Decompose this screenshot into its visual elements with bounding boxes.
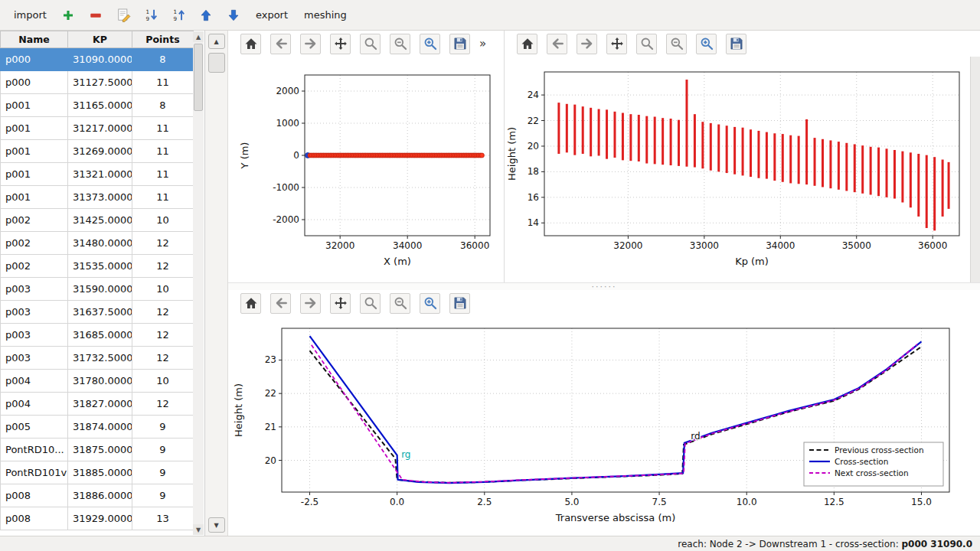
cell-kp: 31929.0000 bbox=[68, 507, 132, 530]
forward-button[interactable] bbox=[300, 34, 321, 54]
column-header-name[interactable]: Name bbox=[1, 31, 68, 48]
cell-kp: 31875.0000 bbox=[68, 439, 132, 461]
cell-points: 10 bbox=[132, 370, 194, 393]
customize-button[interactable] bbox=[420, 293, 440, 314]
profile-plot-panel: 3200033000340003500036000141618202224Kp … bbox=[504, 31, 980, 282]
pan-button[interactable] bbox=[606, 34, 627, 54]
cell-points: 9 bbox=[132, 484, 194, 507]
zoom-button[interactable] bbox=[360, 293, 381, 314]
pan-button[interactable] bbox=[330, 293, 351, 314]
cell-name: p002 bbox=[1, 209, 68, 232]
back-button[interactable] bbox=[270, 293, 291, 314]
scroll-down-icon[interactable]: ▼ bbox=[193, 524, 204, 535]
scroll-down-button[interactable]: ▼ bbox=[208, 517, 225, 533]
table-row[interactable]: p00331732.500012 bbox=[1, 347, 194, 370]
table-row[interactable]: p00231425.000010 bbox=[1, 209, 194, 232]
table-row[interactable]: p00131269.000011 bbox=[1, 140, 194, 163]
table-scrollbar[interactable]: ▲ ▼ bbox=[193, 31, 204, 535]
table-row[interactable]: PontRD101v31885.00009 bbox=[1, 461, 194, 484]
cell-kp: 31886.0000 bbox=[68, 484, 132, 507]
pan-button[interactable] bbox=[330, 34, 351, 54]
scroll-up-button[interactable]: ▲ bbox=[208, 34, 225, 49]
home-button[interactable] bbox=[517, 34, 537, 54]
minus-icon bbox=[89, 8, 103, 22]
table-row[interactable]: p00231535.000012 bbox=[1, 255, 194, 278]
table-row[interactable]: p00131373.000011 bbox=[1, 186, 194, 209]
cross-section-plot-canvas[interactable]: -2.50.02.55.07.510.012.515.020212223Tran… bbox=[228, 316, 977, 533]
home-button[interactable] bbox=[240, 34, 261, 54]
cell-name: p003 bbox=[1, 278, 68, 301]
svg-text:10.0: 10.0 bbox=[737, 497, 757, 507]
meshing-button[interactable]: meshing bbox=[299, 6, 351, 24]
sort-ascending-button[interactable]: 19 bbox=[168, 5, 189, 25]
svg-text:1: 1 bbox=[173, 8, 177, 15]
column-header-kp[interactable]: KP bbox=[68, 31, 132, 48]
edit-cross-section-button[interactable] bbox=[113, 5, 134, 25]
table-row[interactable]: p00331637.500012 bbox=[1, 301, 194, 324]
table-row[interactable]: p00031090.00008 bbox=[1, 48, 194, 71]
scroll-up-icon[interactable]: ▲ bbox=[193, 31, 204, 42]
table-row[interactable]: p00231480.000012 bbox=[1, 232, 194, 255]
customize-button[interactable] bbox=[420, 34, 440, 54]
sort-descending-button[interactable]: 19 bbox=[141, 5, 162, 25]
save-button[interactable] bbox=[449, 34, 470, 54]
subplots-button[interactable] bbox=[390, 34, 410, 54]
back-button[interactable] bbox=[270, 34, 291, 54]
table-row[interactable]: p00131217.000011 bbox=[1, 117, 194, 140]
svg-text:20: 20 bbox=[528, 141, 539, 152]
table-row[interactable]: p00131321.000011 bbox=[1, 163, 194, 186]
toolbar-overflow-chevron[interactable]: » bbox=[479, 37, 486, 51]
svg-text:5.0: 5.0 bbox=[564, 497, 579, 507]
cell-name: p004 bbox=[1, 370, 68, 393]
forward-button[interactable] bbox=[300, 293, 321, 314]
cell-name: p008 bbox=[1, 484, 68, 507]
table-row[interactable]: p00031127.500011 bbox=[1, 71, 194, 94]
table-row[interactable]: p00131165.00008 bbox=[1, 94, 194, 117]
cell-name: p008 bbox=[1, 507, 68, 530]
vertical-scrollbar[interactable] bbox=[970, 57, 980, 282]
plots-area-scrollbar[interactable]: ▲ ▼ bbox=[205, 31, 228, 536]
cross-section-plot-panel: -2.50.02.55.07.510.012.515.020212223Tran… bbox=[228, 290, 980, 536]
table-row[interactable]: p00331685.000012 bbox=[1, 324, 194, 347]
add-cross-section-button[interactable] bbox=[58, 5, 79, 25]
forward-button[interactable] bbox=[577, 34, 597, 54]
svg-text:rd: rd bbox=[691, 431, 700, 442]
table-row[interactable]: p00831929.000013 bbox=[1, 507, 194, 530]
move-down-button[interactable] bbox=[224, 5, 244, 25]
svg-text:34000: 34000 bbox=[766, 240, 795, 251]
cell-kp: 31535.0000 bbox=[68, 255, 132, 278]
back-button[interactable] bbox=[547, 34, 567, 54]
table-row[interactable]: PontRD10...31875.00009 bbox=[1, 439, 194, 461]
cell-name: p002 bbox=[1, 232, 68, 255]
import-button[interactable]: import bbox=[9, 6, 51, 24]
table-row[interactable]: p00831886.00009 bbox=[1, 484, 194, 507]
zoom-button[interactable] bbox=[636, 34, 657, 54]
table-row[interactable]: p00531874.00009 bbox=[1, 416, 194, 439]
table-scrollbar-thumb[interactable] bbox=[194, 44, 203, 111]
cell-kp: 31165.0000 bbox=[68, 94, 132, 117]
remove-cross-section-button[interactable] bbox=[86, 5, 106, 25]
subplots-button[interactable] bbox=[666, 34, 687, 54]
table-row[interactable]: p00431827.000012 bbox=[1, 393, 194, 416]
move-up-button[interactable] bbox=[196, 5, 217, 25]
splitter-handle[interactable]: ······ bbox=[228, 283, 980, 290]
table-row[interactable]: p00331590.000010 bbox=[1, 278, 194, 301]
cell-points: 12 bbox=[132, 324, 194, 347]
subplots-button[interactable] bbox=[390, 293, 410, 314]
customize-button[interactable] bbox=[696, 34, 717, 54]
save-button[interactable] bbox=[449, 293, 470, 314]
xy-plot-canvas[interactable]: 320003400036000-2000-1000010002000X (m)Y… bbox=[228, 57, 501, 280]
svg-text:rg: rg bbox=[401, 449, 410, 460]
zoom-button[interactable] bbox=[360, 34, 381, 54]
table-row[interactable]: p00431780.000010 bbox=[1, 370, 194, 393]
column-header-points[interactable]: Points bbox=[132, 31, 194, 48]
plots-scrollbar-thumb[interactable] bbox=[208, 53, 225, 73]
profile-plot-canvas[interactable]: 3200033000340003500036000141618202224Kp … bbox=[505, 57, 969, 280]
home-button[interactable] bbox=[240, 293, 261, 314]
export-button[interactable]: export bbox=[251, 6, 292, 24]
svg-text:36000: 36000 bbox=[918, 240, 947, 251]
svg-text:Transverse abscissa (m): Transverse abscissa (m) bbox=[555, 512, 676, 523]
cell-kp: 31127.5000 bbox=[68, 71, 132, 94]
save-button[interactable] bbox=[726, 34, 746, 54]
cell-points: 11 bbox=[132, 140, 194, 163]
